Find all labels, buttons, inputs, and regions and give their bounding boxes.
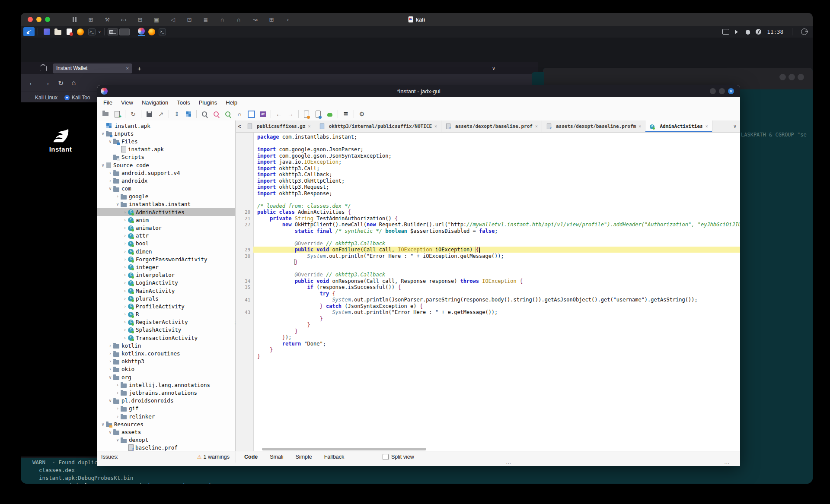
splitter-handle[interactable]: ⋮ bbox=[233, 323, 237, 324]
reload-icon[interactable]: ↻ bbox=[58, 79, 64, 87]
share-icon[interactable]: ↝ bbox=[252, 16, 259, 23]
tree-item-google[interactable]: ›google bbox=[97, 193, 235, 200]
expand-icon[interactable]: › bbox=[122, 336, 128, 340]
search-icon[interactable] bbox=[201, 110, 208, 118]
tree-item-RegisterActivity[interactable]: ›RegisterActivity bbox=[97, 318, 235, 326]
tree-item-okio[interactable]: ›okio bbox=[97, 365, 235, 373]
expand-icon[interactable]: › bbox=[115, 194, 121, 199]
expand-icon[interactable]: › bbox=[107, 359, 113, 364]
speaker-icon[interactable]: ◁ bbox=[169, 16, 176, 23]
tree-item-org[interactable]: ∨org bbox=[97, 373, 235, 381]
collapse-icon[interactable]: ∨ bbox=[107, 139, 113, 144]
menu-help[interactable]: Help bbox=[226, 99, 237, 106]
view-tab-smali[interactable]: Smali bbox=[270, 454, 283, 460]
android-debug-icon[interactable] bbox=[326, 110, 334, 118]
kali-menu-button[interactable] bbox=[23, 27, 35, 36]
class-search-icon[interactable] bbox=[212, 110, 220, 118]
expand-icon[interactable]: › bbox=[122, 210, 128, 215]
resize-handle[interactable]: ⋯ bbox=[506, 460, 511, 466]
tree-item-relinker[interactable]: ›relinker bbox=[97, 412, 235, 420]
firefox-view-icon[interactable] bbox=[40, 66, 47, 71]
view-tab-simple[interactable]: Simple bbox=[296, 454, 312, 460]
tree-item-baseline.prof[interactable]: baseline.prof bbox=[97, 444, 235, 451]
expand-icon[interactable]: › bbox=[122, 218, 128, 222]
tree-item-dimen[interactable]: ›dimen bbox=[97, 247, 235, 255]
jadx-maximize-button[interactable] bbox=[719, 88, 725, 94]
expand-icon[interactable]: › bbox=[107, 343, 113, 348]
close-tab-icon[interactable]: × bbox=[638, 124, 641, 129]
log-viewer-icon[interactable]: ≣ bbox=[342, 110, 350, 118]
open-device-icon[interactable] bbox=[303, 110, 310, 118]
flat-packages-icon[interactable] bbox=[185, 110, 192, 118]
expand-icon[interactable]: › bbox=[122, 273, 128, 277]
menu-view[interactable]: View bbox=[121, 99, 133, 106]
split-view-checkbox[interactable] bbox=[383, 454, 389, 460]
file-manager-button[interactable] bbox=[54, 28, 62, 36]
device-file-icon[interactable] bbox=[314, 110, 322, 118]
tree-item-LoginActivity[interactable]: ›LoginActivity bbox=[97, 279, 235, 287]
tree-item-gif[interactable]: ›gif bbox=[97, 405, 235, 412]
jadx-minimize-button[interactable] bbox=[710, 88, 716, 94]
terminal-close-button[interactable] bbox=[798, 74, 804, 80]
back-icon[interactable]: ← bbox=[275, 110, 283, 118]
firefox-tab[interactable]: Instant Wallet × bbox=[53, 63, 132, 73]
clock[interactable]: 11:38 bbox=[767, 29, 783, 35]
expand-icon[interactable]: › bbox=[107, 367, 113, 371]
expand-icon[interactable]: › bbox=[107, 178, 113, 183]
tree-item-pl.droidsonroids[interactable]: ∨pl.droidsonroids bbox=[97, 397, 235, 405]
wrench-icon[interactable]: ⚒ bbox=[104, 16, 111, 23]
headphones-2-icon[interactable]: ∩ bbox=[235, 16, 242, 23]
tree-item-Source code[interactable]: ∨Source code bbox=[97, 161, 235, 169]
tree-item-android.support.v4[interactable]: ›android.support.v4 bbox=[97, 169, 235, 177]
expand-icon[interactable]: › bbox=[115, 414, 121, 419]
power-icon[interactable] bbox=[801, 29, 808, 35]
tree-item-androidx[interactable]: ›androidx bbox=[97, 177, 235, 184]
tree-item-TransactionActivity[interactable]: ›TransactionActivity bbox=[97, 334, 235, 342]
workspace-1[interactable] bbox=[108, 29, 118, 35]
maximize-button[interactable] bbox=[45, 17, 50, 22]
code-search-icon[interactable] bbox=[224, 110, 232, 118]
menu-navigation[interactable]: Navigation bbox=[142, 99, 168, 106]
tree-item-jetbrains.annotations[interactable]: ›jetbrains.annotations bbox=[97, 389, 235, 396]
code-area[interactable]: package com.instantlabs.instant;import c… bbox=[236, 133, 740, 451]
close-tab-icon[interactable]: × bbox=[126, 66, 129, 71]
collapse-icon[interactable]: ∨ bbox=[107, 186, 113, 191]
comment-search-icon[interactable] bbox=[247, 110, 255, 118]
display-icon[interactable]: ⊡ bbox=[186, 16, 193, 23]
collapse-icon[interactable]: ∨ bbox=[107, 398, 113, 403]
tree-item-interpolator[interactable]: ›interpolator bbox=[97, 271, 235, 279]
tree-item-animator[interactable]: ›animator bbox=[97, 224, 235, 231]
view-tab-code[interactable]: Code bbox=[244, 454, 258, 460]
preferences-icon[interactable]: ⚙ bbox=[358, 110, 366, 118]
warnings-badge[interactable]: ⚠ 1 warnings bbox=[197, 454, 230, 460]
horizontal-scrollbar[interactable] bbox=[262, 448, 426, 450]
editor-tab-baseline.profm[interactable]: assets/dexopt/baseline.profm× bbox=[542, 120, 645, 132]
firefox-launcher[interactable] bbox=[76, 28, 85, 36]
taskbar-jadx[interactable] bbox=[138, 28, 145, 36]
back-icon[interactable]: ← bbox=[29, 79, 35, 87]
expand-icon[interactable]: › bbox=[122, 312, 128, 317]
editor-tab-baseline.prof[interactable]: assets/dexopt/baseline.prof× bbox=[441, 120, 542, 132]
chevron-down-icon[interactable]: ∨ bbox=[98, 30, 101, 34]
expand-icon[interactable]: › bbox=[115, 390, 121, 395]
reload-icon[interactable]: ↻ bbox=[129, 110, 137, 118]
terminal-launcher[interactable]: >_ bbox=[87, 28, 96, 36]
tree-item-ForgotPasswordActivity[interactable]: ›ForgotPasswordActivity bbox=[97, 255, 235, 263]
display-icon[interactable] bbox=[722, 29, 729, 35]
code-icon[interactable]: ‹·› bbox=[120, 16, 127, 23]
collapse-icon[interactable]: ∨ bbox=[115, 437, 121, 442]
expand-icon[interactable]: › bbox=[107, 351, 113, 356]
tree-item-MainActivity[interactable]: ›MainActivity bbox=[97, 287, 235, 295]
snapshot-icon[interactable]: ⊞ bbox=[87, 16, 94, 23]
tree-item-bool[interactable]: ›bool bbox=[97, 240, 235, 247]
comments-icon[interactable]: M bbox=[259, 110, 267, 118]
collapse-icon[interactable]: ∨ bbox=[107, 375, 113, 380]
tree-item-Resources[interactable]: ∨Resources bbox=[97, 420, 235, 428]
bookmark-kali-tools[interactable]: Kali Too bbox=[64, 95, 90, 101]
expand-icon[interactable]: › bbox=[122, 288, 128, 293]
close-tab-icon[interactable]: × bbox=[434, 124, 437, 129]
close-tab-icon[interactable]: × bbox=[308, 124, 311, 129]
tree-item-ProfileActivity[interactable]: ›ProfileActivity bbox=[97, 302, 235, 310]
tree-item-anim[interactable]: ›anim bbox=[97, 216, 235, 224]
expand-icon[interactable]: › bbox=[122, 280, 128, 285]
